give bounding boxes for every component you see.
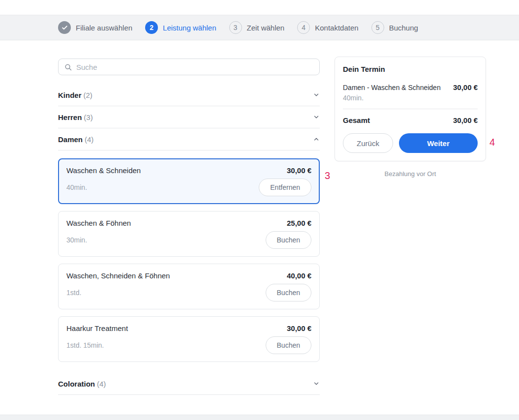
step-zeit-waehlen[interactable]: 3 Zeit wählen xyxy=(229,21,285,34)
check-icon xyxy=(58,21,71,34)
service-title: Waschen & Schneiden xyxy=(66,166,141,175)
summary-item-duration: 40min. xyxy=(343,94,478,102)
stepper: Filiale auswählen 2 Leistung wählen 3 Ze… xyxy=(0,15,519,40)
category-title: Damen(4) xyxy=(58,135,93,144)
category-title: Herren(3) xyxy=(58,113,93,121)
step-label: Leistung wählen xyxy=(163,24,216,32)
category-row-herren[interactable]: Herren(3) xyxy=(58,106,320,128)
service-card-waschen-foehnen[interactable]: Waschen & Föhnen 25,00 € 30min. Buchen xyxy=(58,211,320,257)
card-row: 1std. 15min. Buchen xyxy=(66,336,311,354)
service-duration: 40min. xyxy=(66,183,87,191)
step-filiale-auswaehlen[interactable]: Filiale auswählen xyxy=(58,21,132,34)
step-label: Zeit wählen xyxy=(247,24,285,32)
chevron-down-icon xyxy=(313,114,320,120)
total-price: 30,00 € xyxy=(453,116,478,124)
service-duration: 1std. 15min. xyxy=(66,341,104,349)
summary-actions: Zurück Weiter xyxy=(343,133,478,153)
card-row: 1std. Buchen xyxy=(66,284,311,301)
service-card-haarkur-treatment[interactable]: Haarkur Treatment 30,00 € 1std. 15min. B… xyxy=(58,316,320,362)
search-icon xyxy=(64,63,72,71)
category-row-kinder[interactable]: Kinder(2) xyxy=(58,84,320,106)
service-price: 40,00 € xyxy=(287,271,311,280)
annotation-marker-3: 3 xyxy=(325,170,330,181)
search-box xyxy=(58,59,320,75)
appointment-summary-card: Dein Termin Damen - Waschen & Schneiden … xyxy=(335,57,486,161)
book-button[interactable]: Buchen xyxy=(266,231,311,249)
service-card-waschen-schneiden-foehnen[interactable]: Waschen, Schneiden & Föhnen 40,00 € 1std… xyxy=(58,264,320,309)
chevron-up-icon xyxy=(313,136,320,143)
service-price: 30,00 € xyxy=(287,324,311,332)
service-price: 30,00 € xyxy=(287,166,311,175)
category-name: Coloration xyxy=(58,380,95,388)
category-row-damen[interactable]: Damen(4) xyxy=(58,128,320,150)
step-label: Filiale auswählen xyxy=(76,24,132,32)
book-button[interactable]: Buchen xyxy=(266,336,311,354)
category-name: Kinder xyxy=(58,91,82,99)
service-title: Haarkur Treatment xyxy=(66,324,128,332)
service-title: Waschen, Schneiden & Föhnen xyxy=(66,271,170,280)
service-duration: 1std. xyxy=(66,289,81,297)
card-row: Waschen & Schneiden 30,00 € xyxy=(66,166,311,175)
category-count: (4) xyxy=(97,380,106,388)
card-row: Waschen & Föhnen 25,00 € xyxy=(66,219,311,227)
card-row: 30min. Buchen xyxy=(66,231,311,249)
step-leistung-waehlen[interactable]: 2 Leistung wählen xyxy=(145,21,216,34)
summary-line-item: Damen - Waschen & Schneiden 30,00 € xyxy=(343,83,478,91)
chevron-down-icon xyxy=(313,380,320,387)
chevron-down-icon xyxy=(313,91,320,98)
back-button[interactable]: Zurück xyxy=(343,133,393,153)
step-label: Buchung xyxy=(389,24,418,32)
service-card-waschen-schneiden[interactable]: Waschen & Schneiden 30,00 € 40min. Entfe… xyxy=(58,158,320,204)
annotation-marker-4: 4 xyxy=(489,137,495,148)
stepper-inner: Filiale auswählen 2 Leistung wählen 3 Ze… xyxy=(0,21,418,34)
search-input[interactable] xyxy=(76,63,313,71)
divider xyxy=(343,109,478,109)
summary-total-row: Gesamt 30,00 € xyxy=(343,116,478,124)
top-spacer xyxy=(0,0,519,15)
summary-title: Dein Termin xyxy=(343,65,478,73)
booking-page: Filiale auswählen 2 Leistung wählen 3 Ze… xyxy=(0,0,519,395)
step-buchung[interactable]: 5 Buchung xyxy=(371,21,418,34)
category-title: Coloration(4) xyxy=(58,380,106,388)
total-label: Gesamt xyxy=(343,116,370,124)
step-kontaktdaten[interactable]: 4 Kontaktdaten xyxy=(297,21,358,34)
service-list-column: Kinder(2) Herren(3) Damen(4) W xyxy=(58,59,320,395)
card-row: Waschen, Schneiden & Föhnen 40,00 € xyxy=(66,271,311,280)
category-title: Kinder(2) xyxy=(58,91,92,99)
category-row-coloration[interactable]: Coloration(4) xyxy=(58,373,320,395)
category-name: Herren xyxy=(58,113,82,121)
summary-item-label: Damen - Waschen & Schneiden xyxy=(343,84,441,91)
card-row: Haarkur Treatment 30,00 € xyxy=(66,324,311,332)
summary-column: Dein Termin Damen - Waschen & Schneiden … xyxy=(335,59,486,395)
service-duration: 30min. xyxy=(66,236,87,244)
service-cards: Waschen & Schneiden 30,00 € 40min. Entfe… xyxy=(58,150,320,373)
main-content: Kinder(2) Herren(3) Damen(4) W xyxy=(0,40,519,395)
step-number-badge: 2 xyxy=(145,21,158,34)
category-count: (2) xyxy=(84,91,92,99)
book-button[interactable]: Buchen xyxy=(266,284,311,301)
step-number-badge: 3 xyxy=(229,21,242,34)
service-price: 25,00 € xyxy=(287,219,311,227)
payment-note: Bezahlung vor Ort xyxy=(335,170,486,178)
category-count: (4) xyxy=(85,135,93,144)
service-title: Waschen & Föhnen xyxy=(66,219,131,227)
summary-item-price: 30,00 € xyxy=(453,83,478,91)
next-button[interactable]: Weiter xyxy=(399,133,478,153)
remove-button[interactable]: Entfernen xyxy=(259,179,311,196)
card-row: 40min. Entfernen xyxy=(66,179,311,196)
step-label: Kontaktdaten xyxy=(315,24,358,32)
step-number-badge: 5 xyxy=(371,21,384,34)
category-count: (3) xyxy=(84,113,92,121)
category-name: Damen xyxy=(58,135,83,144)
step-number-badge: 4 xyxy=(297,21,310,34)
bottom-strip xyxy=(0,415,519,420)
